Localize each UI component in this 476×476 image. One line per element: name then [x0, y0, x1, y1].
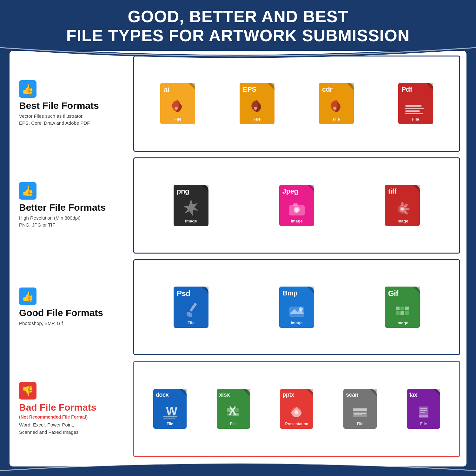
svg-point-10 [295, 208, 299, 212]
good-files-panel: Psd File Bmp [133, 259, 460, 355]
bad-row: 👎 Bad File Formats (Not Recommended File… [16, 361, 460, 457]
good-row: 👍 Good File Formats Photoshop, BMP, Gif … [16, 259, 460, 355]
tiff-file-icon: tiff Image [383, 185, 421, 226]
svg-point-25 [299, 307, 303, 311]
xlsx-file-icon: xlsx X File [214, 389, 252, 429]
best-files-panel: ai File EPS [133, 56, 460, 152]
best-desc: Vector Files such as Illustrator,EPS, Co… [19, 113, 127, 127]
svg-rect-27 [400, 307, 404, 310]
thumbs-up-icon-2: 👍 [19, 182, 36, 200]
gif-file-icon: Gif Image [383, 287, 421, 328]
svg-text:W: W [166, 405, 177, 418]
better-files-panel: png Image Jpeg [133, 157, 460, 254]
svg-point-43 [294, 410, 298, 414]
good-left-panel: 👍 Good File Formats Photoshop, BMP, Gif [16, 259, 133, 355]
docx-file-icon: docx W File [151, 389, 189, 429]
pptx-file-icon: pptx Presentation [278, 389, 316, 429]
svg-point-17 [405, 208, 410, 210]
svg-rect-49 [420, 408, 427, 409]
bmp-file-icon: Bmp Image [278, 287, 316, 328]
svg-rect-51 [420, 412, 425, 413]
svg-rect-11 [293, 203, 298, 206]
bad-desc: Word, Excel, Power Point,Scanned and Fax… [19, 421, 127, 436]
svg-rect-39 [233, 408, 239, 412]
svg-rect-38 [227, 408, 233, 412]
good-title: Good File Formats [19, 307, 127, 318]
better-title: Better File Formats [19, 202, 127, 213]
svg-point-2 [175, 107, 178, 110]
svg-marker-7 [183, 199, 198, 216]
svg-point-4 [333, 107, 336, 110]
bad-left-panel: 👎 Bad File Formats (Not Recommended File… [16, 361, 133, 457]
better-left-panel: 👍 Better File Formats High Resolution (M… [16, 157, 133, 254]
svg-rect-50 [420, 410, 427, 411]
svg-point-3 [254, 107, 257, 110]
svg-point-14 [401, 208, 404, 210]
header-title: GOOD, BETTER AND BEST FILE TYPES FOR ART… [66, 7, 410, 45]
best-title: Best File Formats [19, 100, 127, 111]
svg-text:👍: 👍 [22, 290, 34, 302]
fax-file-icon: fax File [405, 389, 443, 429]
svg-point-15 [401, 202, 404, 206]
svg-rect-44 [353, 408, 367, 411]
svg-rect-36 [163, 418, 175, 419]
best-row: 👍 Best File Formats Vector Files such as… [16, 56, 460, 152]
svg-rect-21 [189, 302, 197, 312]
svg-rect-28 [405, 307, 409, 310]
best-left-panel: 👍 Best File Formats Vector Files such as… [16, 56, 133, 152]
thumbs-up-icon-3: 👍 [19, 288, 36, 305]
svg-rect-35 [163, 416, 177, 417]
svg-text:👍: 👍 [22, 185, 34, 197]
eps-file-icon: EPS File [238, 83, 276, 124]
jpeg-file-icon: Jpeg Image [278, 185, 316, 226]
good-desc: Photoshop, BMP, Gif [19, 320, 127, 327]
svg-rect-40 [227, 413, 233, 416]
header: GOOD, BETTER AND BEST FILE TYPES FOR ART… [0, 0, 476, 52]
pdf-file-icon: Pdf File [397, 83, 435, 124]
better-desc: High Resolution (Min 300dpi)PNG, JPG or … [19, 215, 127, 229]
svg-rect-30 [400, 311, 404, 315]
svg-rect-31 [405, 311, 409, 315]
ai-file-icon: ai File [159, 83, 197, 124]
svg-rect-29 [396, 311, 400, 315]
main-content: 👍 Best File Formats Vector Files such as… [16, 56, 460, 457]
svg-rect-52 [419, 415, 428, 417]
svg-text:👍: 👍 [22, 83, 34, 95]
thumbs-down-icon: 👎 [19, 382, 36, 400]
svg-rect-41 [233, 413, 239, 416]
png-file-icon: png Image [172, 185, 210, 226]
bad-title: Bad File Formats [19, 402, 127, 413]
thumbs-up-icon: 👍 [19, 80, 36, 98]
better-row: 👍 Better File Formats High Resolution (M… [16, 157, 460, 254]
bad-files-panel: docx W File xlsx X [133, 361, 460, 457]
bad-subtitle: (Not Recommended File Format) [19, 414, 127, 420]
svg-rect-47 [354, 414, 362, 415]
scan-file-icon: scan File [341, 389, 379, 429]
svg-rect-46 [354, 413, 366, 414]
psd-file-icon: Psd File [172, 287, 210, 328]
svg-text:👎: 👎 [22, 385, 34, 397]
svg-point-22 [186, 311, 193, 318]
cdr-file-icon: cdr File [317, 83, 355, 124]
svg-rect-26 [396, 307, 400, 310]
